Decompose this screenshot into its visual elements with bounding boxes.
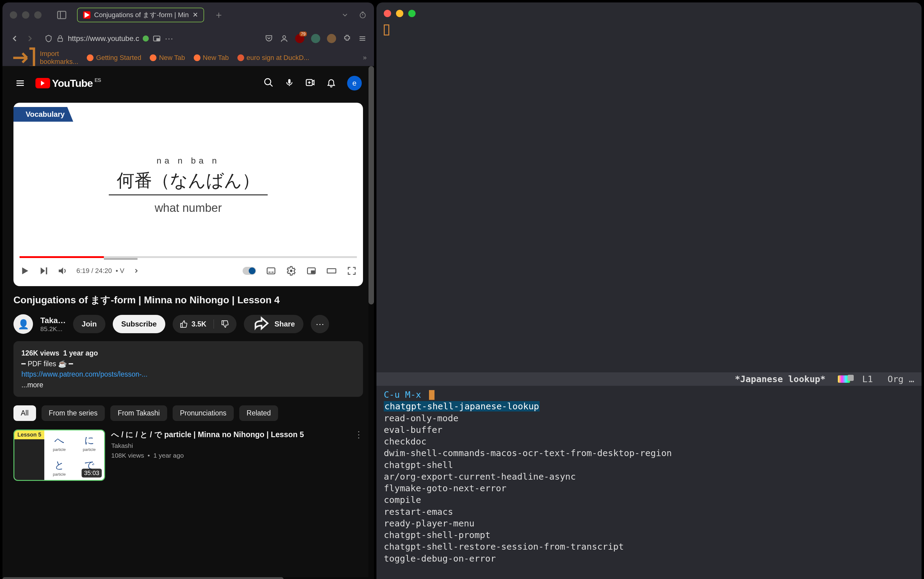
rec-jp: に <box>84 434 95 447</box>
minibuffer[interactable]: C-u M-x chatgpt-shell-japanese-lookup re… <box>376 386 922 579</box>
search-icon[interactable] <box>263 77 274 89</box>
join-button[interactable]: Join <box>73 315 105 333</box>
minimize-window-dot[interactable] <box>396 10 403 17</box>
minimize-window-dot[interactable] <box>22 11 29 19</box>
voice-search-icon[interactable] <box>285 78 294 88</box>
account-icon[interactable] <box>280 34 289 43</box>
vertical-scrollbar[interactable] <box>369 66 374 579</box>
completion-item[interactable]: restart-emacs <box>384 506 914 518</box>
desc-more[interactable]: ...more <box>21 381 43 389</box>
new-tab-button[interactable]: ＋ <box>214 8 224 22</box>
completion-selected[interactable]: chatgpt-shell-japanese-lookup <box>384 401 540 412</box>
pocket-icon[interactable] <box>264 34 273 43</box>
completion-item[interactable]: toggle-debug-on-error <box>384 553 914 564</box>
completion-item[interactable]: eval-buffer <box>384 424 914 436</box>
completion-item[interactable]: chatgpt-shell-restore-session-from-trans… <box>384 541 914 553</box>
description-box[interactable]: 126K views 1 year ago ━ PDF files ☕ ━ ht… <box>13 341 363 397</box>
completion-item[interactable]: read-only-mode <box>384 412 914 424</box>
chip-pronunciations[interactable]: Pronunciations <box>173 406 234 421</box>
seek-bar[interactable] <box>20 256 357 258</box>
miniplayer-icon[interactable] <box>306 266 317 276</box>
completion-item[interactable]: checkdoc <box>384 436 914 447</box>
desc-line: ━ PDF files ☕ ━ <box>21 360 73 368</box>
channel-avatar[interactable]: 👤 <box>13 314 33 334</box>
tracking-shield-icon[interactable] <box>45 34 52 43</box>
extensions-icon[interactable] <box>343 34 351 43</box>
back-button[interactable] <box>10 34 20 43</box>
theater-icon[interactable] <box>327 266 337 276</box>
chip-series[interactable]: From the series <box>42 406 105 421</box>
horizontal-scrollbar[interactable] <box>2 577 374 579</box>
recommendation-info[interactable]: へ / に / と / で particle | Minna no Nihong… <box>111 430 348 459</box>
emacs-window: *Japanese lookup* L1 Org … C-u M-x chatg… <box>376 2 922 579</box>
lock-icon[interactable] <box>56 34 64 43</box>
menu-icon[interactable] <box>358 34 367 43</box>
timer-icon[interactable] <box>359 10 367 20</box>
modeline-buffer-name: *Japanese lookup* <box>735 374 826 384</box>
recommendation-row: Lesson 5 へparticle にparticle とparticle で… <box>13 430 363 481</box>
guide-icon[interactable] <box>15 78 26 89</box>
like-button[interactable]: 3.5K <box>173 320 214 328</box>
extension-icon-2[interactable] <box>327 34 336 43</box>
url-box[interactable]: https://www.youtube.c ⋯ <box>40 32 259 45</box>
settings-icon[interactable] <box>286 266 296 276</box>
completion-item[interactable]: chatgpt-shell-prompt <box>384 529 914 541</box>
rec-more-icon[interactable]: ⋮ <box>354 430 363 440</box>
all-tabs-icon[interactable] <box>341 10 349 20</box>
chip-all[interactable]: All <box>13 406 36 421</box>
subscribe-button[interactable]: Subscribe <box>113 315 165 333</box>
next-icon[interactable] <box>39 266 49 276</box>
bookmark-ddg[interactable]: euro sign at DuckD... <box>237 54 309 62</box>
video-player[interactable]: Vocabulary na n ba n 何番（なんばん） what numbe… <box>13 103 363 286</box>
extension-icon-1[interactable] <box>311 34 320 43</box>
account-avatar[interactable]: e <box>347 76 362 90</box>
recommendation-thumbnail[interactable]: Lesson 5 へparticle にparticle とparticle で… <box>13 430 105 481</box>
fullscreen-icon[interactable] <box>346 266 357 276</box>
desc-link[interactable]: https://www.patreon.com/posts/lesson-... <box>21 370 148 378</box>
tab-close-icon[interactable]: ✕ <box>193 11 198 19</box>
zoom-window-dot[interactable] <box>408 10 416 17</box>
completion-item[interactable]: ready-player-menu <box>384 518 914 529</box>
chip-from-channel[interactable]: From Takashi <box>110 406 167 421</box>
bookmark-new-tab-2[interactable]: New Tab <box>194 54 229 62</box>
dislike-button[interactable] <box>214 320 237 328</box>
volume-icon[interactable] <box>57 266 68 276</box>
permission-indicator[interactable] <box>143 36 149 42</box>
notifications-icon[interactable] <box>327 78 336 89</box>
captions-icon[interactable] <box>266 266 276 276</box>
completion-item[interactable]: compile <box>384 494 914 505</box>
autoplay-toggle[interactable] <box>243 267 256 275</box>
forward-button[interactable] <box>25 34 35 43</box>
close-window-dot[interactable] <box>10 11 17 19</box>
completion-item[interactable]: dwim-shell-commands-macos-ocr-text-from-… <box>384 447 914 459</box>
subscribe-label: Subscribe <box>121 320 157 328</box>
terminal-traffic-lights <box>376 2 922 25</box>
bookmark-new-tab-1[interactable]: New Tab <box>150 54 185 62</box>
firefox-window: Conjugations of ます-form | Min ✕ ＋ https:… <box>2 2 374 579</box>
chip-related[interactable]: Related <box>239 406 278 421</box>
bookmark-getting-started[interactable]: Getting Started <box>87 54 141 62</box>
close-window-dot[interactable] <box>384 10 391 17</box>
bookmarks-overflow-icon[interactable]: » <box>363 54 367 62</box>
youtube-logo[interactable]: YouTube ES <box>36 77 101 89</box>
completion-item[interactable]: ar/org-export-current-headline-async <box>384 471 914 483</box>
pip-icon[interactable] <box>152 34 161 43</box>
create-icon[interactable] <box>305 77 315 89</box>
browser-tab-active[interactable]: Conjugations of ます-form | Min ✕ <box>77 8 204 22</box>
play-icon[interactable] <box>20 266 30 276</box>
svg-marker-25 <box>59 268 63 275</box>
completion-item[interactable]: flymake-goto-next-error <box>384 483 914 494</box>
more-actions-button[interactable]: ⋯ <box>311 315 329 333</box>
channel-name[interactable]: Taka… <box>40 316 66 325</box>
sidebar-toggle-icon[interactable] <box>56 10 67 20</box>
completion-item[interactable]: chatgpt-shell <box>384 459 914 471</box>
share-button[interactable]: Share <box>244 315 304 333</box>
ublock-icon[interactable]: 79 <box>295 34 304 43</box>
zoom-window-dot[interactable] <box>34 11 42 19</box>
scrollbar-thumb[interactable] <box>2 577 284 579</box>
chapter-hint: • V <box>116 267 124 275</box>
chapter-next-icon[interactable] <box>133 266 140 276</box>
scrollbar-thumb[interactable] <box>369 66 374 304</box>
buffer-cursor <box>384 25 389 36</box>
kebab-icon[interactable]: ⋯ <box>165 34 173 43</box>
